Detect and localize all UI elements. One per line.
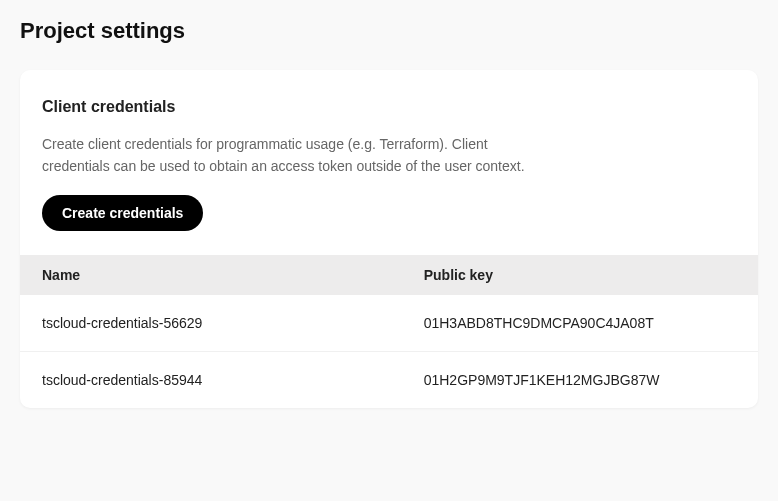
credential-name: tscloud-credentials-85944 [42, 372, 424, 388]
section-title: Client credentials [20, 98, 758, 134]
credential-public-key: 01H3ABD8THC9DMCPA90C4JA08T [424, 315, 736, 331]
table-row[interactable]: tscloud-credentials-85944 01H2GP9M9TJF1K… [20, 352, 758, 408]
table-row[interactable]: tscloud-credentials-56629 01H3ABD8THC9DM… [20, 295, 758, 352]
credential-name: tscloud-credentials-56629 [42, 315, 424, 331]
credential-public-key: 01H2GP9M9TJF1KEH12MGJBG87W [424, 372, 736, 388]
table-header-name: Name [42, 267, 424, 283]
table-header: Name Public key [20, 255, 758, 295]
create-credentials-button[interactable]: Create credentials [42, 195, 203, 231]
page-title: Project settings [0, 0, 778, 58]
section-description: Create client credentials for programmat… [20, 134, 580, 177]
table-header-public-key: Public key [424, 267, 736, 283]
credentials-card: Client credentials Create client credent… [20, 70, 758, 408]
